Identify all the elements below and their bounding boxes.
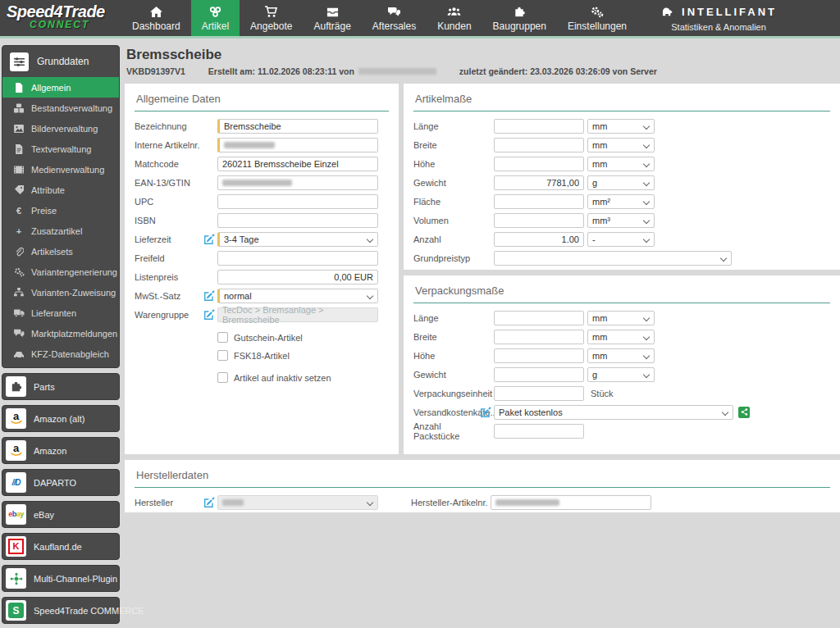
sidebar-item-textverwaltung[interactable]: Textverwaltung [2, 139, 119, 159]
sidebar-item-label: Lieferanten [31, 308, 76, 318]
field-label: Interne Artikelnr. [135, 140, 204, 150]
nav-item-baugruppen[interactable]: Baugruppen [482, 0, 557, 36]
sidebar-item-label: KFZ-Datenabgleich [31, 349, 109, 359]
speed4trade-icon: S [6, 600, 26, 621]
sidebar-item-variantengenerierung[interactable]: Variantengenerierung [2, 262, 119, 282]
pack-gewicht-input[interactable] [494, 367, 584, 382]
pack-hoehe-input[interactable] [494, 348, 584, 363]
pack-breite-input[interactable] [494, 330, 584, 344]
sidebar-module-amazon[interactable]: a Amazon [2, 437, 120, 464]
amazon-icon: a [6, 408, 26, 429]
sidebar-item-zusatzartikel[interactable]: + Zusatzartikel [2, 221, 119, 241]
tag-icon [13, 185, 25, 194]
sidebar-module-multi-channel[interactable]: Multi-Channel-Plugin [2, 565, 120, 592]
unit-select[interactable]: g [587, 367, 655, 382]
volumen-input[interactable] [494, 213, 584, 228]
matchcode-input[interactable] [217, 157, 378, 171]
sidebar-item-attribute[interactable]: Attribute [2, 180, 119, 200]
gewicht-input[interactable] [494, 175, 584, 190]
hersteller-artikelnr-input[interactable] [491, 495, 651, 510]
sidebar-item-bilderverwaltung[interactable]: Bilderverwaltung [2, 118, 119, 139]
breite-input[interactable] [494, 138, 584, 152]
chevron-down-icon [643, 179, 650, 185]
article-sku: VKBD91397V1 [126, 66, 185, 76]
module-label: DAPARTO [34, 478, 76, 488]
sidebar-item-medienverwaltung[interactable]: Medienverwaltung [2, 159, 119, 180]
checkbox-artikel-inaktiv[interactable]: Artikel auf inaktiv setzen [217, 371, 389, 384]
nav-label: Aufträge [313, 20, 350, 32]
edit-icon[interactable] [204, 290, 215, 301]
ean-input[interactable] [217, 175, 378, 190]
edit-icon[interactable] [204, 234, 215, 244]
field-label: Grundpreistyp [413, 253, 481, 263]
lieferzeit-select[interactable]: 3-4 Tage [217, 232, 378, 247]
section-title: Verpackungsmaße [413, 283, 830, 303]
checkbox[interactable] [217, 332, 228, 343]
mwst-select[interactable]: normal [217, 289, 378, 303]
sidebar-item-kfz-datenabgleich[interactable]: KFZ-Datenabgleich [2, 344, 119, 364]
upc-input[interactable] [217, 194, 378, 209]
field-label: Verpackungseinheit [413, 389, 481, 398]
sidebar-module-parts[interactable]: Parts [2, 373, 120, 400]
unit-select[interactable]: mm [587, 348, 655, 363]
nav-item-angebote[interactable]: Angebote [240, 0, 303, 36]
sidebar-item-artikelsets[interactable]: Artikelsets [2, 241, 119, 262]
sidebar-item-allgemein[interactable]: Allgemein [2, 77, 119, 98]
unit-select[interactable]: mm [587, 138, 655, 152]
select-value: mm [592, 313, 607, 323]
app-logo[interactable]: Speed4Trade CONNECT [0, 0, 121, 36]
unit-select[interactable]: mm [587, 311, 655, 325]
interne-artikelnr-input[interactable] [217, 138, 378, 152]
puzzle-icon [513, 5, 526, 18]
sidebar-header-grunddaten[interactable]: Grunddaten [2, 46, 119, 77]
sidebar-item-lieferanten[interactable]: Lieferanten [2, 303, 119, 323]
laenge-input[interactable] [494, 119, 584, 134]
checkbox-fsk18-artikel[interactable]: FSK18-Artikel [217, 349, 389, 362]
checkbox[interactable] [217, 372, 228, 383]
hersteller-select[interactable] [217, 495, 378, 510]
checkbox[interactable] [217, 350, 228, 361]
hoehe-input[interactable] [494, 157, 584, 171]
sidebar-item-bestandsverwaltung[interactable]: Bestandsverwaltung [2, 98, 119, 118]
checkbox-gutschein-artikel[interactable]: Gutschein-Artikel [217, 331, 389, 344]
anzahl-input[interactable] [494, 232, 584, 247]
freifeld-input[interactable] [217, 251, 378, 266]
nav-item-dashboard[interactable]: Dashboard [121, 0, 191, 36]
isbn-input[interactable] [217, 213, 378, 228]
unit-select[interactable]: mm [587, 119, 655, 134]
nav-item-intellifant[interactable]: INTELLIFANT Statistiken & Anomalien [660, 0, 777, 36]
unit-select[interactable]: - [587, 232, 655, 247]
unit-select[interactable]: g [587, 175, 655, 190]
sidebar-module-kaufland[interactable]: K Kaufland.de [2, 533, 120, 560]
checkbox-label: Gutschein-Artikel [234, 333, 303, 343]
verpackungseinheit-input[interactable] [494, 386, 584, 401]
sidebar-module-amazon-alt[interactable]: a Amazon (alt) [2, 405, 120, 432]
versandkostenkategorie-select[interactable]: Paket kostenlos [494, 405, 733, 420]
anzahl-packstuecke-input[interactable] [494, 424, 584, 439]
nav-label: Aftersales [372, 20, 416, 32]
sidebar-module-ebay[interactable]: ebay eBay [2, 501, 120, 528]
nav-item-artikel[interactable]: Artikel [191, 0, 240, 36]
unit-select[interactable]: mm² [587, 194, 655, 209]
unit-select[interactable]: mm [587, 157, 655, 171]
sidebar-module-s4t-commerce[interactable]: S Speed4Trade COMMERCE [2, 597, 120, 624]
nav-item-aftersales[interactable]: Aftersales [362, 0, 427, 36]
nav-item-einstellungen[interactable]: Einstellungen [557, 0, 637, 36]
edit-icon[interactable] [204, 497, 215, 507]
unit-select[interactable]: mm³ [587, 213, 655, 228]
sidebar-item-marktplatzmeldungen[interactable]: Marktplatzmeldungen [2, 323, 119, 344]
sidebar-item-varianten-zuweisung[interactable]: Varianten-Zuweisung [2, 282, 119, 303]
listenpreis-input[interactable] [217, 270, 378, 284]
sidebar-item-preise[interactable]: € Preise [2, 200, 119, 221]
unit-select[interactable]: mm [587, 330, 655, 344]
edit-icon[interactable] [481, 407, 491, 417]
nav-item-auftraege[interactable]: Aufträge [303, 0, 361, 36]
share-icon[interactable] [738, 407, 750, 418]
pack-laenge-input[interactable] [494, 311, 584, 325]
grundpreistyp-select[interactable] [494, 251, 732, 266]
edit-icon[interactable] [204, 309, 215, 320]
bezeichnung-input[interactable] [217, 119, 378, 134]
nav-item-kunden[interactable]: Kunden [427, 0, 482, 36]
sidebar-module-daparto[interactable]: //D DAPARTO [2, 469, 120, 496]
flaeche-input[interactable] [494, 194, 584, 209]
